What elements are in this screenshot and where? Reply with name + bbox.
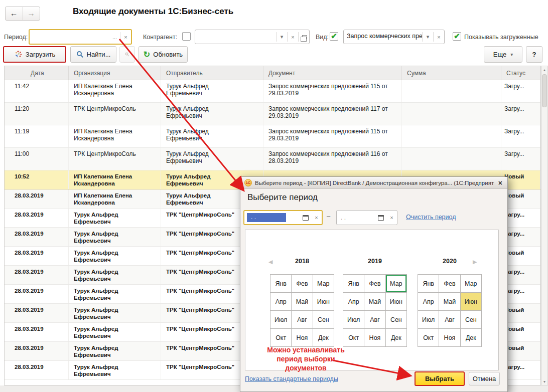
table-row[interactable]: 11:20ТРК ЦентрМикроСольТурук Альфред Ефр… bbox=[5, 103, 540, 125]
date-to-placeholder[interactable]: . . bbox=[337, 214, 376, 221]
back-button[interactable]: ← bbox=[6, 7, 23, 20]
kind-clear-button[interactable]: × bbox=[434, 30, 444, 44]
month-cell[interactable]: Апр bbox=[343, 293, 364, 311]
month-cell[interactable]: Ноя bbox=[364, 329, 385, 347]
month-cell[interactable]: Май bbox=[364, 293, 385, 311]
counterparty-label: Контрагент: bbox=[143, 34, 177, 41]
dialog-titlebar[interactable]: 1С Выберите период - [КОПИЯ] DirectBank … bbox=[240, 177, 507, 189]
month-cell[interactable]: Июл bbox=[270, 311, 292, 329]
month-cell[interactable]: Апр bbox=[270, 293, 292, 311]
calendar-icon[interactable] bbox=[378, 215, 384, 221]
month-cell[interactable]: Окт bbox=[418, 329, 439, 347]
month-cell[interactable]: Июл bbox=[343, 311, 364, 329]
date-from-field[interactable]: . . × bbox=[243, 210, 323, 225]
month-cell[interactable]: Янв bbox=[343, 275, 364, 293]
select-button[interactable]: Выбрать bbox=[415, 371, 465, 386]
month-cell[interactable]: Авг bbox=[292, 311, 313, 329]
month-cell[interactable]: Фев bbox=[439, 275, 460, 293]
scroll-up-icon[interactable]: ▲ bbox=[541, 66, 547, 73]
column-header-status[interactable]: Статус bbox=[501, 66, 540, 80]
month-cell[interactable]: Мар bbox=[461, 275, 482, 293]
month-cell[interactable]: Ноя bbox=[292, 329, 313, 347]
show-loaded-checkbox[interactable]: ✔ bbox=[453, 32, 461, 41]
refresh-button[interactable]: ↻ Обновить bbox=[139, 46, 188, 63]
month-cell[interactable]: Мар bbox=[386, 275, 407, 293]
column-header-date[interactable]: Дата bbox=[5, 66, 69, 80]
month-cell[interactable]: Июл bbox=[418, 311, 439, 329]
find-button[interactable]: Найти... bbox=[70, 46, 116, 63]
cell-date: 28.03.2019 bbox=[5, 189, 69, 208]
month-cell[interactable]: Окт bbox=[343, 329, 364, 347]
month-cell[interactable]: Янв bbox=[418, 275, 439, 293]
scrollbar-thumb[interactable] bbox=[542, 74, 547, 107]
forward-button[interactable]: → bbox=[23, 7, 40, 20]
month-cell[interactable]: Май bbox=[292, 293, 313, 311]
column-header-org[interactable]: Организация bbox=[69, 66, 161, 80]
counterparty-input[interactable] bbox=[195, 30, 276, 44]
month-cell[interactable]: Сен bbox=[386, 311, 407, 329]
counterparty-checkbox[interactable] bbox=[182, 32, 191, 41]
check-icon: ✔ bbox=[454, 32, 460, 40]
month-cell[interactable]: Авг bbox=[364, 311, 385, 329]
column-header-doc[interactable]: Документ bbox=[263, 66, 402, 80]
month-cell[interactable]: Июн bbox=[386, 293, 407, 311]
month-cell[interactable]: Дек bbox=[313, 329, 334, 347]
table-row[interactable]: 11:00ТРК ЦентрМикроСольТурук Альфред Ефр… bbox=[5, 148, 540, 170]
period-input[interactable] bbox=[30, 30, 109, 44]
year-label[interactable]: 2020 bbox=[418, 258, 482, 268]
date-from-selected-text[interactable]: . . bbox=[247, 213, 286, 222]
counterparty-open-button[interactable] bbox=[299, 30, 309, 44]
nav-history-buttons: ← → bbox=[5, 7, 40, 21]
cell-sender: Турук Альфред Ефремьевич bbox=[161, 80, 263, 102]
cell-org: Турук Альфред Ефремьевич bbox=[69, 304, 161, 322]
month-cell[interactable]: Мар bbox=[313, 275, 334, 293]
month-cell[interactable]: Авг bbox=[439, 311, 460, 329]
period-choose-button[interactable]: ... bbox=[109, 30, 120, 44]
calendar-icon[interactable] bbox=[303, 215, 309, 221]
kind-checkbox[interactable]: ✔ bbox=[330, 32, 338, 41]
month-cell[interactable]: Фев bbox=[364, 275, 385, 293]
help-button[interactable]: ? bbox=[526, 46, 542, 63]
table-row[interactable]: 11:42ИП Калеткина Елена ИскандеровнаТуру… bbox=[5, 80, 540, 103]
clear-period-link[interactable]: Очистить период bbox=[406, 214, 456, 221]
month-cell[interactable]: Фев bbox=[292, 275, 313, 293]
month-cell[interactable]: Май bbox=[439, 293, 460, 311]
cancel-button[interactable]: Отмена bbox=[469, 372, 500, 385]
cell-date: 11:42 bbox=[5, 80, 69, 102]
month-cell[interactable]: Окт bbox=[270, 329, 292, 347]
year-label[interactable]: 2018 bbox=[270, 258, 334, 268]
kind-value[interactable]: Запрос коммерческих пред bbox=[344, 30, 422, 44]
date-from-clear-button[interactable]: × bbox=[311, 215, 322, 221]
more-button[interactable]: Еще ▾ bbox=[484, 46, 522, 63]
column-header-sum[interactable]: Сумма bbox=[402, 66, 501, 80]
cancel-search-button[interactable] bbox=[119, 46, 135, 63]
cell-status: Загру... bbox=[501, 125, 540, 147]
kind-dropdown-button[interactable]: ▾ bbox=[423, 30, 433, 44]
month-cell[interactable]: Апр bbox=[418, 293, 439, 311]
standard-periods-link[interactable]: Показать стандартные периоды bbox=[245, 375, 338, 382]
load-button[interactable]: Загрузить bbox=[3, 46, 66, 63]
refresh-icon: ↻ bbox=[144, 51, 150, 59]
year-label[interactable]: 2019 bbox=[343, 258, 407, 268]
counterparty-clear-button[interactable]: × bbox=[288, 30, 298, 44]
dialog-close-icon[interactable]: × bbox=[497, 179, 503, 187]
month-cell[interactable]: Дек bbox=[461, 329, 482, 347]
month-cell[interactable]: Ноя bbox=[439, 329, 460, 347]
counterparty-dropdown-button[interactable]: ▾ bbox=[277, 30, 287, 44]
scroll-down-icon[interactable]: ▼ bbox=[541, 378, 547, 385]
column-header-sender[interactable]: Отправитель bbox=[161, 66, 263, 80]
month-cell[interactable]: Июн bbox=[461, 293, 482, 311]
period-clear-button[interactable]: × bbox=[120, 30, 131, 44]
cell-org: Турук Альфред Ефремьевич bbox=[69, 266, 161, 284]
year-grid-2020: 2020ЯнвФевМарАпрМайИюнИюлАвгСенОктНояДек bbox=[418, 258, 482, 347]
table-vertical-scrollbar[interactable]: ▲ ▼ bbox=[541, 66, 548, 385]
month-cell[interactable]: Сен bbox=[461, 311, 482, 329]
date-to-field[interactable]: . . × bbox=[336, 210, 397, 225]
month-cell[interactable]: Янв bbox=[270, 275, 292, 293]
month-cell[interactable]: Дек bbox=[386, 329, 407, 347]
month-cell[interactable]: Сен bbox=[313, 311, 334, 329]
date-to-clear-button[interactable]: × bbox=[386, 215, 397, 221]
month-cell[interactable]: Июн bbox=[313, 293, 334, 311]
table-row[interactable]: 11:19ИП Калеткина Елена ИскандеровнаТуру… bbox=[5, 125, 540, 148]
check-icon: ✔ bbox=[331, 32, 337, 40]
